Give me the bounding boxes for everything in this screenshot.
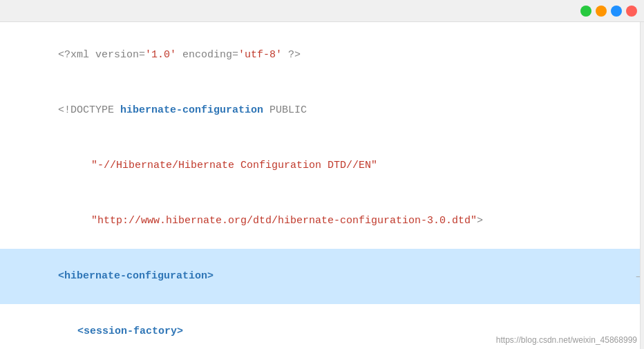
traffic-light-blue[interactable] bbox=[611, 6, 622, 17]
code-area: <?xml version='1.0' encoding='utf-8' ?> … bbox=[0, 22, 644, 349]
code-line-3: "-//Hibernate/Hibernate Configuration DT… bbox=[0, 138, 644, 194]
code-line-4: "http://www.hibernate.org/dtd/hibernate-… bbox=[0, 194, 644, 249]
xml-dtd-2: "http://www.hibernate.org/dtd/hibernate-… bbox=[91, 215, 483, 227]
xml-dtd-1: "-//Hibernate/Hibernate Configuration DT… bbox=[91, 160, 377, 171]
xml-doctype: <!DOCTYPE hibernate-configuration PUBLIC bbox=[58, 104, 307, 116]
traffic-light-orange[interactable] bbox=[596, 6, 607, 17]
code-line-5: <hibernate-configuration> – bbox=[0, 249, 644, 304]
watermark: https://blog.csdn.net/weixin_45868999 bbox=[496, 335, 637, 345]
traffic-light-green[interactable] bbox=[580, 6, 591, 17]
traffic-light-red[interactable] bbox=[626, 6, 637, 17]
tag-session-factory-open: <session-factory> bbox=[77, 326, 183, 337]
code-line-1: <?xml version='1.0' encoding='utf-8' ?> bbox=[0, 28, 644, 83]
editor-container: <?xml version='1.0' encoding='utf-8' ?> … bbox=[0, 0, 644, 349]
tag-hib-config-open: <hibernate-configuration> bbox=[58, 270, 214, 282]
xml-prolog: <?xml version='1.0' encoding='utf-8' ?> bbox=[58, 49, 301, 61]
top-bar bbox=[0, 0, 644, 22]
scroll-indicator[interactable] bbox=[640, 22, 644, 349]
code-line-2: <!DOCTYPE hibernate-configuration PUBLIC bbox=[0, 83, 644, 138]
